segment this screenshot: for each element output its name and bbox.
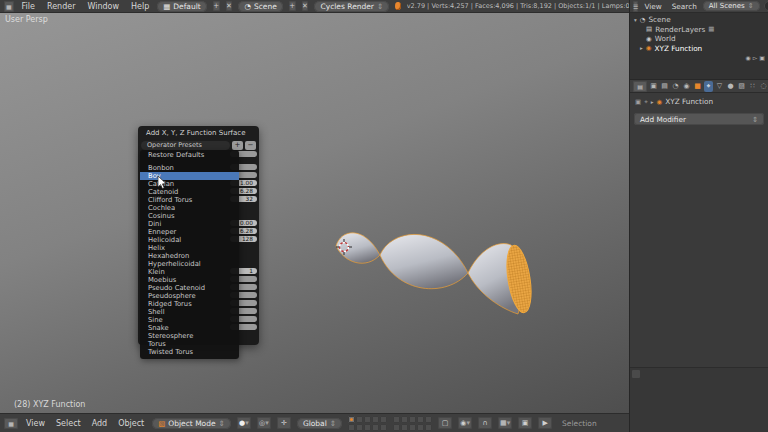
layer-cell[interactable] (425, 416, 432, 423)
screen-layout-selector[interactable]: ▦ Default (157, 1, 207, 12)
preset-menu-item[interactable]: Restore Defaults (140, 151, 239, 159)
preset-menu-item[interactable]: Ridged Torus (140, 300, 239, 308)
menu-item[interactable]: Select (54, 419, 83, 428)
properties-tab[interactable]: ◉ (682, 81, 691, 92)
outliner-display-filter[interactable]: All Scenes ⇕ (703, 1, 760, 11)
preset-menu-item[interactable]: Catalan (140, 180, 239, 188)
pin-icon[interactable]: ▣ (635, 98, 641, 106)
outliner-row-world[interactable]: ◉ World (630, 34, 768, 44)
operator-presets-dropdown[interactable]: Operator Presets (141, 141, 230, 150)
preset-menu-item[interactable]: Cosinus (140, 212, 239, 220)
properties-tab[interactable]: ▽ (715, 81, 724, 92)
preset-menu-item[interactable]: Cochlea (140, 204, 239, 212)
disclosure-triangle-icon[interactable]: ▾ (634, 17, 637, 23)
layer-cell[interactable] (372, 416, 379, 423)
properties-tab[interactable]: ▤ (660, 81, 669, 92)
menu-item[interactable]: Help (129, 2, 151, 11)
manipulator-toggle[interactable]: ✛ (277, 417, 291, 429)
preset-menu-item[interactable]: Sine (140, 316, 239, 324)
layer-cell[interactable] (380, 424, 387, 431)
transform-orientation-selector[interactable]: Global ⇕ (297, 418, 342, 429)
viewport-shading-selector[interactable]: ●▾ (237, 417, 251, 429)
layer-cell[interactable] (393, 424, 400, 431)
outliner-row-object[interactable]: ▸ ◉ XYZ Function (630, 44, 768, 54)
opengl-render-anim-button[interactable]: ▶ (538, 417, 552, 429)
menu-item[interactable]: View (24, 419, 47, 428)
layer-cell[interactable] (401, 416, 408, 423)
editor-type-button[interactable]: ▤ (633, 81, 647, 92)
preset-menu-item[interactable]: Boy (140, 172, 239, 180)
add-scene-button[interactable]: + (289, 1, 296, 11)
pivot-point-selector[interactable]: ◎▾ (257, 417, 271, 429)
cursor-select-icon[interactable]: ▻ (753, 54, 758, 61)
preset-menu-item[interactable]: Twisted Torus (140, 348, 239, 356)
layer-cell[interactable] (356, 424, 363, 431)
eye-icon[interactable]: ◉ (745, 54, 750, 61)
properties-tab[interactable]: ⌖ (704, 81, 713, 92)
layer-cell[interactable] (364, 424, 371, 431)
layer-cell[interactable] (425, 424, 432, 431)
layer-cell[interactable] (348, 416, 355, 423)
delete-layout-button[interactable]: ✕ (226, 1, 233, 11)
layer-cell[interactable] (372, 424, 379, 431)
xyz-function-object[interactable] (318, 213, 538, 325)
layer-cell[interactable] (348, 424, 355, 431)
remove-preset-button[interactable]: − (245, 141, 256, 150)
preset-menu-item[interactable]: Bonbon (140, 164, 239, 172)
properties-tab[interactable]: ▣ (649, 81, 658, 92)
scene-selector[interactable]: ◔ Scene (238, 1, 282, 12)
layers-group-1[interactable] (348, 416, 387, 431)
layer-cell[interactable] (393, 416, 400, 423)
outliner-search-input[interactable]: ○‸ (764, 1, 768, 11)
viewport-3d[interactable]: User Persp (0, 13, 630, 413)
preset-menu-item[interactable]: Helix (140, 244, 239, 252)
preset-menu-item[interactable]: Enneper (140, 228, 239, 236)
menu-item[interactable]: Render (45, 2, 77, 11)
snap-toggle[interactable]: ∩ (478, 417, 492, 429)
preset-menu-item[interactable]: Pseudo Catenoid (140, 284, 239, 292)
preset-menu-item[interactable]: Torus (140, 340, 239, 348)
layer-cell[interactable] (401, 424, 408, 431)
preset-menu-item[interactable]: Moebius (140, 276, 239, 284)
camera-restrict-icon[interactable]: ▣ (759, 54, 765, 61)
preset-menu-item[interactable]: Stereosphere (140, 332, 239, 340)
preset-menu-item[interactable]: Shell (140, 308, 239, 316)
preset-menu-item[interactable]: Pseudosphere (140, 292, 239, 300)
layer-cell[interactable] (380, 416, 387, 423)
properties-tab[interactable]: ∷ (748, 81, 757, 92)
add-modifier-button[interactable]: Add Modifier ⇕ (634, 113, 764, 125)
opengl-render-still-button[interactable]: ▣ (518, 417, 532, 429)
mode-selector[interactable]: ▧ Object Mode ⇕ (152, 418, 231, 429)
menu-item[interactable]: View (642, 2, 663, 11)
layer-cell[interactable] (409, 424, 416, 431)
preset-menu-item[interactable]: Snake (140, 324, 239, 332)
menu-item[interactable]: Object (116, 419, 146, 428)
add-preset-button[interactable]: + (232, 141, 243, 150)
proportional-edit-selector[interactable]: ◉▾ (458, 417, 472, 429)
menu-item[interactable]: File (20, 2, 37, 11)
menu-item[interactable]: Add (90, 419, 110, 428)
preset-menu-item[interactable]: Dini (140, 220, 239, 228)
render-engine-selector[interactable]: Cycles Render ⇕ (314, 1, 389, 12)
preset-menu-item[interactable]: Hyperhelicoidal (140, 260, 239, 268)
snap-element-selector[interactable]: ▦▾ (498, 417, 512, 429)
editor-type-button[interactable]: ▦ (4, 418, 18, 429)
menu-item[interactable]: Window (85, 2, 121, 11)
menu-item[interactable]: Search (670, 2, 699, 11)
properties-tab[interactable]: ■ (693, 81, 702, 92)
preset-menu-item[interactable]: Klein (140, 268, 239, 276)
outliner-row-scene[interactable]: ▾ ◔ Scene (630, 15, 768, 25)
preset-menu-item[interactable]: Hexahedron (140, 252, 239, 260)
preset-menu-item[interactable]: Helicoidal (140, 236, 239, 244)
disclosure-triangle-icon[interactable]: ▸ (640, 45, 643, 51)
editor-type-button[interactable]: ▦ (4, 1, 14, 12)
layer-cell[interactable] (417, 416, 424, 423)
panel-handle[interactable] (632, 370, 640, 378)
preset-menu-item[interactable]: Catenoid (140, 188, 239, 196)
add-layout-button[interactable]: + (213, 1, 220, 11)
outliner-row-renderlayers[interactable]: ▤ RenderLayers ▦ (630, 25, 768, 35)
properties-tab[interactable]: ● (726, 81, 735, 92)
properties-tab[interactable]: ▨ (737, 81, 746, 92)
delete-scene-button[interactable]: ✕ (302, 1, 309, 11)
properties-tab[interactable]: ◔ (671, 81, 680, 92)
